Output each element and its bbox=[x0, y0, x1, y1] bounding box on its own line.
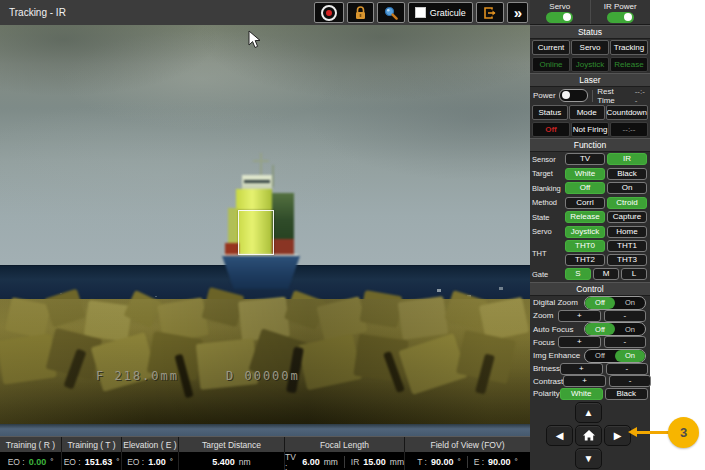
polarity-black-button[interactable]: Black bbox=[605, 388, 648, 400]
value-training-r: EO : 0.00 ° bbox=[0, 452, 62, 470]
home-icon bbox=[583, 430, 595, 441]
brightness-plus-button[interactable]: + bbox=[560, 363, 603, 375]
zoom-row: Zoom + - bbox=[530, 310, 650, 323]
value-training-t: EO : 151.63 ° bbox=[62, 452, 122, 470]
blanking-row: Blanking Off On bbox=[530, 181, 650, 196]
tht1-button[interactable]: THT1 bbox=[607, 240, 647, 252]
exit-icon bbox=[483, 6, 497, 20]
auto-focus-row: Auto Focus Off On bbox=[530, 322, 650, 336]
blanking-off-button[interactable]: Off bbox=[565, 182, 605, 194]
gate-l-button[interactable]: L bbox=[621, 268, 647, 280]
focus-minus-button[interactable]: - bbox=[604, 336, 647, 348]
brightness-row: Brtness + - bbox=[530, 363, 650, 376]
laser-status-value: Off bbox=[532, 122, 570, 137]
breakwater-shading bbox=[0, 299, 530, 425]
nav-down-button[interactable]: ▼ bbox=[575, 448, 602, 469]
focus-plus-button[interactable]: + bbox=[558, 336, 601, 348]
servo-row: Servo Joystick Home bbox=[530, 225, 650, 240]
digital-zoom-row: Digital Zoom Off On bbox=[530, 296, 650, 310]
img-enhance-toggle[interactable]: Off On bbox=[584, 349, 646, 363]
record-button[interactable] bbox=[314, 2, 344, 23]
foreground-water bbox=[0, 424, 530, 436]
tht2-button[interactable]: THT2 bbox=[565, 254, 605, 266]
target-row: Target White Black bbox=[530, 167, 650, 182]
status-bar-headers: Training ( R ) Training ( T ) Elevation … bbox=[0, 436, 530, 452]
servo-toggle[interactable]: Servo bbox=[530, 0, 590, 24]
nav-right-button[interactable]: ▶ bbox=[604, 425, 631, 446]
method-row: Method Corrl Ctroid bbox=[530, 196, 650, 211]
zoom-minus-button[interactable]: - bbox=[604, 310, 647, 322]
graticule-toggle[interactable]: Graticule bbox=[408, 2, 473, 23]
status-columns: Current Servo Tracking bbox=[530, 39, 650, 56]
servo-home-button[interactable]: Home bbox=[607, 226, 647, 238]
polarity-white-button[interactable]: White bbox=[560, 388, 603, 400]
down-arrow-icon: ▼ bbox=[584, 453, 594, 464]
method-corrl-button[interactable]: Corrl bbox=[565, 197, 605, 209]
tht3-button[interactable]: THT3 bbox=[607, 254, 647, 266]
header-elevation: Elevation ( E ) bbox=[122, 437, 179, 452]
header-training-t: Training ( T ) bbox=[62, 437, 122, 452]
left-arrow-icon: ◀ bbox=[556, 430, 564, 441]
control-section-header: Control bbox=[530, 282, 650, 296]
gate-s-button[interactable]: S bbox=[565, 268, 591, 280]
expand-button[interactable]: » bbox=[507, 2, 528, 23]
header-focal-length: Focal Length bbox=[285, 437, 405, 452]
servo-toggle-switch[interactable] bbox=[546, 12, 573, 23]
gate-row: Gate S M L bbox=[530, 267, 650, 282]
callout-arrow bbox=[636, 431, 670, 434]
laser-power-switch[interactable] bbox=[559, 89, 589, 102]
record-icon bbox=[321, 5, 337, 21]
method-ctroid-button[interactable]: Ctroid bbox=[607, 197, 647, 209]
ir-power-toggle-label: IR Power bbox=[604, 2, 637, 11]
nav-home-button[interactable] bbox=[575, 425, 602, 446]
mouse-cursor bbox=[248, 30, 261, 49]
auto-focus-toggle[interactable]: Off On bbox=[584, 322, 646, 336]
state-release-button[interactable]: Release bbox=[565, 211, 605, 223]
power-toggles: Servo IR Power bbox=[530, 0, 650, 25]
tht-row: THT THT0 THT1 THT2 THT3 bbox=[530, 239, 650, 267]
status-value-tracking: Release bbox=[610, 57, 648, 72]
img-enhance-row: Img Enhance Off On bbox=[530, 349, 650, 363]
contrast-minus-button[interactable]: - bbox=[609, 375, 652, 387]
zoom-tool-button[interactable] bbox=[377, 2, 405, 23]
nav-left-button[interactable]: ◀ bbox=[546, 425, 573, 446]
ship-funnel bbox=[272, 193, 294, 239]
graticule-checkbox[interactable] bbox=[415, 7, 426, 18]
osd-focal-length: F 218.0mm bbox=[96, 369, 179, 383]
value-fov: T : 90.00 ° E : 90.00 ° bbox=[405, 452, 530, 470]
zoom-plus-button[interactable]: + bbox=[558, 310, 601, 322]
lock-button[interactable] bbox=[347, 2, 374, 23]
contrast-plus-button[interactable]: + bbox=[563, 375, 606, 387]
rest-time-value: --:-- bbox=[635, 87, 647, 105]
blanking-on-button[interactable]: On bbox=[607, 182, 647, 194]
magnifier-icon bbox=[384, 6, 398, 20]
laser-mode-value: Not Firing bbox=[571, 122, 609, 137]
state-capture-button[interactable]: Capture bbox=[607, 211, 647, 223]
state-row: State Release Capture bbox=[530, 210, 650, 225]
nav-up-button[interactable]: ▲ bbox=[575, 402, 602, 423]
value-target-distance: 5.400 nm bbox=[179, 452, 285, 470]
callout-badge: 3 bbox=[668, 417, 699, 448]
ir-power-toggle-switch[interactable] bbox=[607, 12, 634, 23]
gate-m-button[interactable]: M bbox=[593, 268, 619, 280]
target-black-button[interactable]: Black bbox=[607, 168, 647, 180]
laser-columns: Status Mode Countdown bbox=[530, 104, 650, 121]
control-panel: Servo IR Power Status Current Servo Trac… bbox=[530, 0, 650, 470]
laser-col-countdown: Countdown bbox=[606, 105, 648, 120]
servo-joystick-button[interactable]: Joystick bbox=[565, 226, 605, 238]
polarity-row: Polarity White Black bbox=[530, 388, 650, 401]
digital-zoom-toggle[interactable]: Off On bbox=[584, 296, 646, 310]
tht0-button[interactable]: THT0 bbox=[565, 240, 605, 252]
video-feed[interactable]: F 218.0mm D 00000m bbox=[0, 25, 530, 436]
window-title: Tracking - IR bbox=[9, 7, 66, 18]
brightness-minus-button[interactable]: - bbox=[606, 363, 649, 375]
ship-hull bbox=[222, 256, 300, 289]
sensor-ir-button[interactable]: IR bbox=[607, 153, 647, 165]
lock-icon bbox=[354, 6, 367, 20]
laser-power-row: Power Rest Time --:-- bbox=[530, 87, 650, 104]
sensor-tv-button[interactable]: TV bbox=[565, 153, 605, 165]
target-white-button[interactable]: White bbox=[565, 168, 605, 180]
ir-power-toggle[interactable]: IR Power bbox=[590, 0, 651, 24]
exit-button[interactable] bbox=[476, 2, 504, 23]
status-section-header: Status bbox=[530, 25, 650, 39]
